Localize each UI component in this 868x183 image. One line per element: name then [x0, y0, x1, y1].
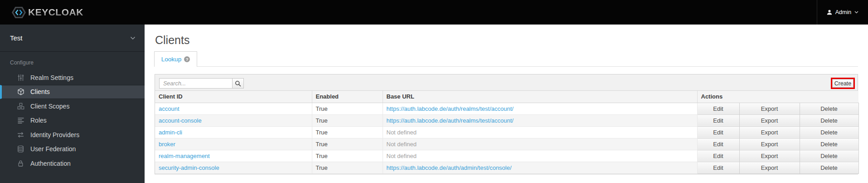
edit-button[interactable]: Edit [697, 162, 739, 173]
edit-button[interactable]: Edit [697, 138, 739, 150]
delete-button[interactable]: Delete [800, 150, 858, 162]
question-circle-icon[interactable] [184, 56, 190, 62]
sidebar-item-label: User Federation [30, 145, 76, 153]
clients-table-panel: Create Client ID Enabled Base URL Action… [155, 74, 858, 174]
enabled-value: True [312, 126, 383, 138]
sidebar-item-identity-providers[interactable]: Identity Providers [0, 128, 145, 142]
edit-button[interactable]: Edit [697, 150, 739, 162]
export-button[interactable]: Export [739, 138, 800, 150]
enabled-value: True [312, 138, 383, 150]
main-content: Clients Lookup Create [145, 25, 868, 183]
realm-name: Test [10, 34, 23, 42]
edit-button[interactable]: Edit [697, 103, 739, 114]
tab-lookup[interactable]: Lookup [154, 51, 197, 67]
sliders-icon [17, 74, 24, 81]
sidebar-item-label: Identity Providers [30, 131, 79, 138]
column-header-enabled: Enabled [312, 91, 383, 103]
sidebar-item-label: Clients [30, 88, 50, 95]
search-button[interactable] [233, 78, 244, 89]
sidebar-item-roles[interactable]: Roles [0, 114, 145, 128]
client-id-link[interactable]: security-admin-console [155, 162, 312, 173]
keycloak-logo: KEYCLOAK [0, 6, 83, 19]
table-row: broker True Not defined Edit Export Dele… [155, 138, 858, 150]
database-icon [17, 145, 24, 153]
chevron-down-icon [130, 36, 136, 40]
client-id-link[interactable]: account-console [155, 114, 312, 126]
exchange-arrows-icon [17, 131, 24, 138]
edit-button[interactable]: Edit [697, 126, 739, 138]
tab-bar-divider [154, 66, 858, 67]
sidebar-item-user-federation[interactable]: User Federation [0, 142, 145, 157]
user-menu[interactable]: Admin [817, 0, 868, 25]
client-id-link[interactable]: admin-cli [155, 126, 312, 138]
search-input[interactable] [159, 78, 233, 89]
delete-button[interactable]: Delete [800, 103, 858, 114]
client-id-link[interactable]: realm-management [155, 150, 312, 162]
user-name: Admin [835, 9, 851, 15]
sidebar-item-label: Realm Settings [30, 74, 73, 81]
cube-icon [17, 88, 24, 95]
cubes-icon [17, 103, 24, 110]
table-row: account True https://auth.labcode.de/aut… [155, 103, 858, 114]
table-header-row: Client ID Enabled Base URL Actions [155, 91, 858, 103]
sidebar-item-label: Roles [30, 117, 47, 124]
chevron-down-icon [854, 11, 858, 14]
base-url-value: Not defined [383, 150, 697, 162]
export-button[interactable]: Export [739, 126, 800, 138]
sidebar-item-label: Authentication [30, 160, 71, 167]
user-icon [827, 10, 832, 15]
search-group [159, 78, 244, 89]
app-header: KEYCLOAK Admin [0, 0, 868, 25]
enabled-value: True [312, 114, 383, 126]
lock-icon [17, 160, 24, 167]
tab-lookup-label: Lookup [161, 56, 181, 63]
base-url-link[interactable]: https://auth.labcode.de/auth/realms/test… [383, 114, 697, 126]
clients-table: Client ID Enabled Base URL Actions accou… [155, 91, 859, 174]
sidebar-item-label: Client Scopes [30, 103, 69, 110]
sidebar-item-realm-settings[interactable]: Realm Settings [0, 70, 145, 85]
export-button[interactable]: Export [739, 114, 800, 126]
table-row: realm-management True Not defined Edit E… [155, 150, 858, 162]
table-row: security-admin-console True https://auth… [155, 162, 858, 173]
keycloak-logo-icon [11, 6, 26, 19]
table-toolbar: Create [155, 74, 858, 91]
base-url-value: Not defined [383, 138, 697, 150]
sidebar-item-client-scopes[interactable]: Client Scopes [0, 99, 145, 114]
column-header-client-id: Client ID [155, 91, 312, 103]
configure-section-label: Configure [10, 59, 145, 66]
list-icon [17, 117, 24, 124]
base-url-link[interactable]: https://auth.labcode.de/auth/admin/test/… [383, 162, 697, 173]
export-button[interactable]: Export [739, 162, 800, 173]
enabled-value: True [312, 103, 383, 114]
enabled-value: True [312, 150, 383, 162]
create-button[interactable]: Create [832, 79, 853, 88]
client-id-link[interactable]: broker [155, 138, 312, 150]
search-icon [235, 80, 241, 87]
sidebar-item-clients[interactable]: Clients [0, 85, 145, 99]
delete-button[interactable]: Delete [800, 162, 858, 173]
delete-button[interactable]: Delete [800, 138, 858, 150]
export-button[interactable]: Export [739, 150, 800, 162]
table-row: admin-cli True Not defined Edit Export D… [155, 126, 858, 138]
sidebar: Test Configure Realm Settings Clients [0, 25, 145, 183]
realm-selector[interactable]: Test [0, 25, 145, 52]
edit-button[interactable]: Edit [697, 114, 739, 126]
column-header-base-url: Base URL [383, 91, 697, 103]
sidebar-item-authentication[interactable]: Authentication [0, 156, 145, 171]
delete-button[interactable]: Delete [800, 114, 858, 126]
brand-text: KEYCLOAK [28, 7, 83, 18]
column-header-actions: Actions [697, 91, 858, 103]
delete-button[interactable]: Delete [800, 126, 858, 138]
enabled-value: True [312, 162, 383, 173]
export-button[interactable]: Export [739, 103, 800, 114]
page-title: Clients [155, 34, 189, 47]
base-url-value: Not defined [383, 126, 697, 138]
base-url-link[interactable]: https://auth.labcode.de/auth/realms/test… [383, 103, 697, 114]
create-button-highlight: Create [831, 78, 855, 89]
client-id-link[interactable]: account [155, 103, 312, 114]
table-row: account-console True https://auth.labcod… [155, 114, 858, 126]
